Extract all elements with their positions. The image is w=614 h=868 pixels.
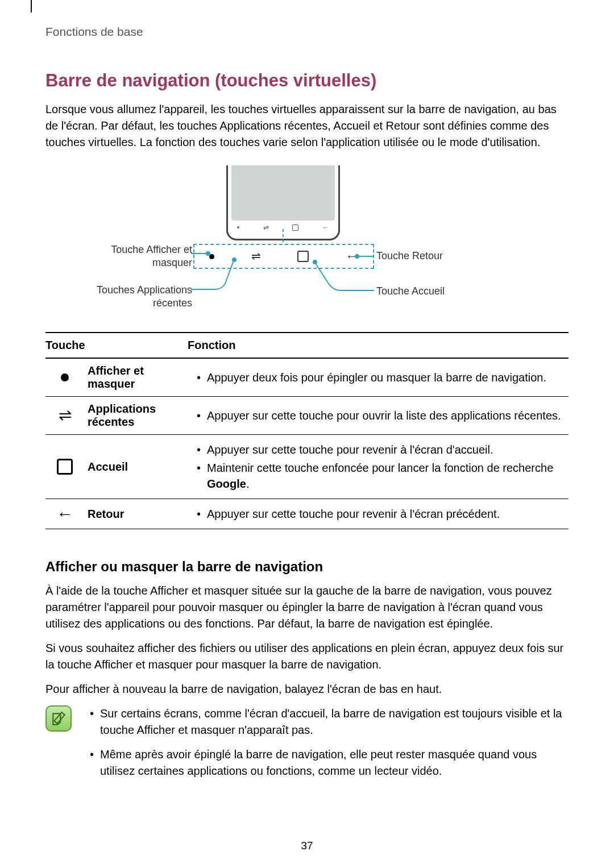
- home-icon: [57, 459, 73, 475]
- zoom-dot-icon: [209, 254, 214, 259]
- crop-mark: [31, 0, 32, 13]
- zoom-back-icon: ←: [346, 249, 358, 264]
- recents-icon: ⇌: [59, 408, 72, 423]
- section-paragraph: Pour afficher à nouveau la barre de navi…: [45, 681, 569, 697]
- phone-screen: [231, 165, 335, 221]
- mini-home-icon: [292, 225, 298, 231]
- phone-outline: ⇌ ←: [226, 165, 340, 240]
- table-row: ⇌ Applications récentes Appuyer sur cett…: [45, 397, 569, 435]
- table-row: Afficher et masquer Appuyer deux fois po…: [45, 358, 569, 397]
- zoom-home-icon: [297, 251, 309, 262]
- fn-item: Maintenir cette touche enfoncée pour lan…: [207, 459, 565, 493]
- callout-recents: Touches Applications récentes: [85, 284, 192, 309]
- back-icon: ←: [56, 505, 73, 522]
- fn-item: Appuyer deux fois pour épingler ou masqu…: [207, 368, 565, 387]
- callout-back: Touche Retour: [376, 250, 490, 263]
- section-paragraph: À l'aide de la touche Afficher et masque…: [45, 583, 569, 632]
- note-list: Sur certains écrans, comme l'écran d'acc…: [84, 705, 569, 787]
- note-item: Même après avoir épinglé la barre de nav…: [100, 746, 569, 779]
- section-heading: Afficher ou masquer la barre de navigati…: [45, 559, 569, 575]
- nav-bar-diagram: ⇌ ← ⇌ ←: [45, 165, 569, 316]
- callout-show-hide: Touche Afficher et masquer: [97, 243, 192, 269]
- page-number: 37: [0, 840, 614, 852]
- key-name: Retour: [84, 499, 188, 529]
- zoom-recents-icon: ⇌: [251, 249, 261, 263]
- key-name: Applications récentes: [84, 397, 188, 435]
- note-item: Sur certains écrans, comme l'écran d'acc…: [100, 705, 569, 738]
- nav-bar-zoom: ⇌ ←: [193, 244, 374, 269]
- col-header-key: Touche: [45, 333, 188, 358]
- col-header-fn: Fonction: [188, 333, 569, 358]
- nav-keys-table: Touche Fonction Afficher et masquer Appu…: [45, 332, 569, 529]
- table-row: Accueil Appuyer sur cette touche pour re…: [45, 435, 569, 499]
- mini-recents-icon: ⇌: [263, 223, 269, 231]
- fn-item: Appuyer sur cette touche pour revenir à …: [207, 441, 565, 459]
- section-paragraph: Si vous souhaitez afficher des fichiers …: [45, 640, 569, 673]
- page-title: Barre de navigation (touches virtuelles): [45, 70, 569, 91]
- fn-item: Appuyer sur cette touche pour revenir à …: [207, 505, 565, 523]
- table-row: ← Retour Appuyer sur cette touche pour r…: [45, 499, 569, 529]
- intro-paragraph: Lorsque vous allumez l'appareil, les tou…: [45, 101, 569, 151]
- key-name: Accueil: [84, 435, 188, 499]
- fn-item: Appuyer sur cette touche pour ouvrir la …: [207, 406, 565, 425]
- callout-home: Touche Accueil: [376, 285, 490, 298]
- breadcrumb: Fonctions de base: [45, 25, 569, 39]
- dot-icon: [61, 373, 69, 381]
- mini-dot-icon: [237, 226, 239, 229]
- key-name: Afficher et masquer: [84, 358, 188, 397]
- mini-back-icon: ←: [322, 223, 329, 231]
- note-block: Sur certains écrans, comme l'écran d'acc…: [45, 705, 569, 787]
- note-icon: [45, 705, 72, 732]
- phone-navbar: ⇌ ←: [231, 222, 335, 233]
